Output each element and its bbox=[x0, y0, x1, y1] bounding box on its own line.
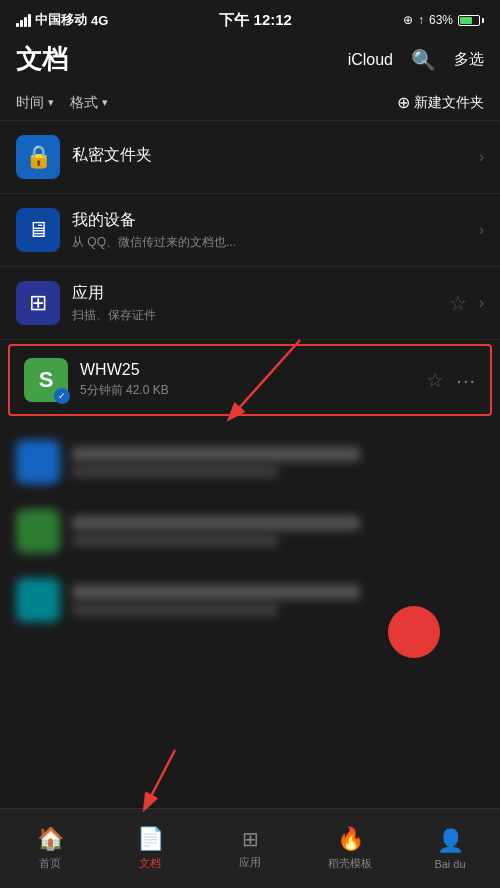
time-filter-chevron: ▾ bbox=[48, 96, 54, 109]
page-title: 文档 bbox=[16, 42, 68, 77]
new-folder-button[interactable]: ⊕ 新建文件夹 bbox=[397, 93, 484, 112]
home-nav-label: 首页 bbox=[39, 856, 61, 871]
apps-folder-actions: ☆ › bbox=[449, 291, 484, 315]
list-item[interactable]: 🖥 我的设备 从 QQ、微信传过来的文档也... › bbox=[0, 194, 500, 267]
battery-percent: 63% bbox=[429, 13, 453, 27]
star-icon[interactable]: ☆ bbox=[449, 291, 467, 315]
red-circle-decoration bbox=[388, 606, 440, 658]
nav-item-home[interactable]: 🏠 首页 bbox=[0, 809, 100, 888]
my-device-name: 我的设备 bbox=[72, 210, 479, 231]
my-device-icon: 🖥 bbox=[16, 208, 60, 252]
nav-item-templates[interactable]: 🔥 稻壳模板 bbox=[300, 809, 400, 888]
whw25-info: WHW25 5分钟前 42.0 KB bbox=[80, 361, 426, 399]
signal-bars bbox=[16, 14, 31, 27]
wps-icon: S ✓ bbox=[24, 358, 68, 402]
nav-item-docs[interactable]: 📄 文档 bbox=[100, 809, 200, 888]
time-filter[interactable]: 时间 ▾ bbox=[16, 94, 54, 112]
search-button[interactable]: 🔍 bbox=[411, 48, 436, 72]
new-folder-icon: ⊕ bbox=[397, 93, 410, 112]
apps-nav-label: 应用 bbox=[239, 855, 261, 870]
nav-item-baidu[interactable]: 👤 Bai du bbox=[400, 809, 500, 888]
header-actions: iCloud 🔍 多选 bbox=[348, 48, 484, 72]
docs-nav-label: 文档 bbox=[139, 856, 161, 871]
nav-item-apps[interactable]: ⊞ 应用 bbox=[200, 809, 300, 888]
private-folder-info: 私密文件夹 bbox=[72, 145, 479, 169]
whw25-name: WHW25 bbox=[80, 361, 426, 379]
wps-check-badge: ✓ bbox=[54, 388, 70, 404]
chevron-right-icon: › bbox=[479, 148, 484, 166]
status-time: 下午 12:12 bbox=[219, 11, 292, 30]
chevron-right-icon: › bbox=[479, 294, 484, 312]
format-filter-label: 格式 bbox=[70, 94, 98, 112]
home-nav-icon: 🏠 bbox=[37, 826, 64, 852]
more-options-icon[interactable]: ··· bbox=[456, 369, 476, 392]
my-device-actions: › bbox=[479, 221, 484, 239]
new-folder-label: 新建文件夹 bbox=[414, 94, 484, 112]
toolbar: 时间 ▾ 格式 ▾ ⊕ 新建文件夹 bbox=[0, 87, 500, 121]
private-folder-name: 私密文件夹 bbox=[72, 145, 479, 166]
templates-nav-label: 稻壳模板 bbox=[328, 856, 372, 871]
carrier-label: 中国移动 bbox=[35, 11, 87, 29]
my-device-desc: 从 QQ、微信传过来的文档也... bbox=[72, 234, 479, 251]
blurred-content bbox=[0, 420, 500, 640]
whw25-desc: 5分钟前 42.0 KB bbox=[80, 382, 426, 399]
battery-icon bbox=[458, 15, 484, 26]
private-folder-icon: 🔒 bbox=[16, 135, 60, 179]
time-filter-label: 时间 bbox=[16, 94, 44, 112]
list-item[interactable]: ⊞ 应用 扫描、保存证件 ☆ › bbox=[0, 267, 500, 340]
header: 文档 iCloud 🔍 多选 bbox=[0, 36, 500, 87]
multi-select-button[interactable]: 多选 bbox=[454, 50, 484, 69]
svg-line-2 bbox=[145, 750, 175, 808]
apps-folder-desc: 扫描、保存证件 bbox=[72, 307, 449, 324]
format-filter-chevron: ▾ bbox=[102, 96, 108, 109]
status-right: ⊕ ↑ 63% bbox=[403, 13, 484, 27]
network-label: 4G bbox=[91, 13, 108, 28]
whw25-actions: ☆ ··· bbox=[426, 368, 476, 392]
icloud-label[interactable]: iCloud bbox=[348, 51, 393, 69]
list-item[interactable]: 🔒 私密文件夹 › bbox=[0, 121, 500, 194]
status-left: 中国移动 4G bbox=[16, 11, 108, 29]
apps-folder-info: 应用 扫描、保存证件 bbox=[72, 283, 449, 324]
my-device-info: 我的设备 从 QQ、微信传过来的文档也... bbox=[72, 210, 479, 251]
chevron-right-icon: › bbox=[479, 221, 484, 239]
location-icon: ⊕ bbox=[403, 13, 413, 27]
file-list: 🔒 私密文件夹 › 🖥 我的设备 从 QQ、微信传过来的文档也... › ⊞ 应… bbox=[0, 121, 500, 416]
apps-folder-name: 应用 bbox=[72, 283, 449, 304]
status-bar: 中国移动 4G 下午 12:12 ⊕ ↑ 63% bbox=[0, 0, 500, 36]
templates-nav-icon: 🔥 bbox=[337, 826, 364, 852]
baidu-nav-label: Bai du bbox=[434, 858, 465, 870]
arrow-up-icon: ↑ bbox=[418, 13, 424, 27]
format-filter[interactable]: 格式 ▾ bbox=[70, 94, 108, 112]
bottom-nav: 🏠 首页 📄 文档 ⊞ 应用 🔥 稻壳模板 👤 Bai du bbox=[0, 808, 500, 888]
list-item[interactable]: S ✓ WHW25 5分钟前 42.0 KB ☆ ··· bbox=[8, 344, 492, 416]
apps-nav-icon: ⊞ bbox=[242, 827, 259, 851]
baidu-nav-icon: 👤 bbox=[437, 828, 464, 854]
toolbar-filters: 时间 ▾ 格式 ▾ bbox=[16, 94, 108, 112]
apps-folder-icon: ⊞ bbox=[16, 281, 60, 325]
private-folder-actions: › bbox=[479, 148, 484, 166]
star-icon[interactable]: ☆ bbox=[426, 368, 444, 392]
docs-nav-icon: 📄 bbox=[137, 826, 164, 852]
